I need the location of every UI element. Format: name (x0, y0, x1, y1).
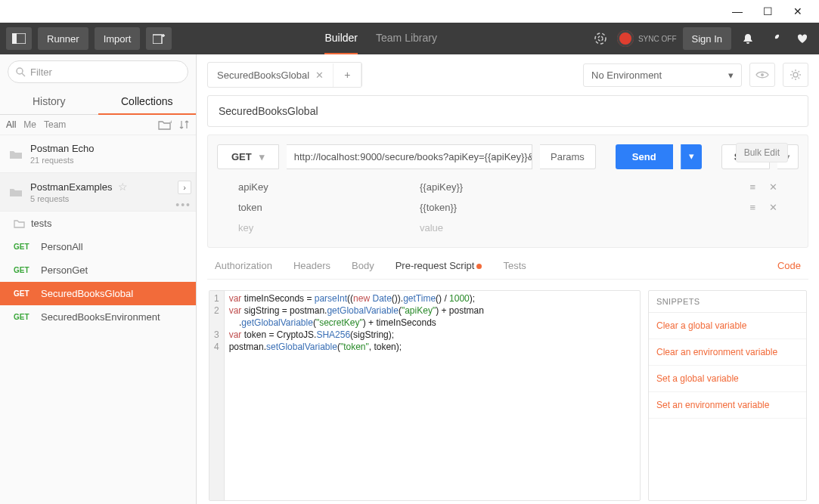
method-select[interactable]: GET ▾ (217, 144, 279, 169)
code-link[interactable]: Code (777, 260, 801, 271)
snippet-item[interactable]: Set a global variable (649, 366, 806, 392)
window-minimize-button[interactable]: — (722, 5, 752, 17)
params-button[interactable]: Params (540, 144, 596, 169)
eye-icon (755, 70, 769, 79)
collection-postman-examples[interactable]: PostmanExamples ☆ 5 requests › ••• (0, 173, 196, 212)
sidebar-tab-collections[interactable]: Collections (98, 89, 197, 115)
snippet-item[interactable]: Clear an environment variable (649, 339, 806, 366)
method-badge: GET (14, 289, 35, 298)
collapse-toggle[interactable]: › (178, 181, 191, 194)
sidebar-item-label: PersonAll (41, 241, 83, 252)
snippets-panel: SNIPPETS Clear a global variable Clear a… (648, 290, 807, 501)
send-button[interactable]: Send (616, 144, 673, 169)
env-settings-button[interactable] (783, 63, 808, 87)
collection-postman-echo[interactable]: Postman Echo 21 requests (0, 135, 196, 173)
sidebar-item-securedbooksenvironment[interactable]: GET SecuredBooksEnvironment (0, 305, 196, 329)
sidebar-icon (12, 33, 26, 44)
sidebar: Filter History Collections All Me Team +… (0, 54, 197, 504)
subtab-prerequest[interactable]: Pre-request Script (396, 260, 482, 271)
nav-team-library[interactable]: Team Library (376, 23, 437, 54)
collection-meta: 21 requests (30, 156, 95, 165)
chevron-down-icon: ▾ (259, 151, 265, 162)
request-tabs: SecuredBooksGlobal ✕ + (207, 62, 362, 88)
filter-team[interactable]: Team (44, 119, 66, 130)
param-row: apiKey {{apiKey}} ≡ ✕ (238, 177, 777, 197)
url-input[interactable]: http://localhost:9000/secure/books?apiKe… (287, 144, 532, 169)
subtab-headers[interactable]: Headers (293, 260, 330, 271)
heart-button[interactable] (792, 28, 813, 49)
sort-button[interactable] (179, 119, 190, 130)
new-tab-button[interactable]: + (333, 63, 361, 87)
script-editor[interactable]: i 12 34 var timeInSeconds = parseInt((ne… (209, 290, 641, 501)
subtab-body[interactable]: Body (352, 260, 374, 271)
sidebar-item-label: SecuredBooksEnvironment (41, 311, 160, 323)
notifications-button[interactable] (737, 28, 759, 49)
filter-input[interactable]: Filter (8, 60, 188, 83)
new-window-button[interactable] (146, 27, 172, 50)
env-quicklook-button[interactable] (749, 63, 775, 87)
sync-status[interactable]: SYNC OFF (617, 30, 677, 47)
subtab-authorization[interactable]: Authorization (215, 260, 272, 271)
collection-menu-button[interactable]: ••• (175, 199, 191, 211)
sort-icon (179, 119, 190, 130)
sidebar-item-personall[interactable]: GET PersonAll (0, 235, 196, 258)
svg-point-6 (595, 33, 606, 44)
interceptor-button[interactable] (590, 28, 611, 49)
filter-me[interactable]: Me (23, 119, 36, 130)
param-row-new: key value (238, 218, 777, 238)
new-collection-button[interactable]: + (158, 119, 172, 130)
editor-gutter: i 12 34 (209, 291, 225, 500)
snippet-item[interactable]: Clear a global variable (649, 313, 806, 339)
settings-button[interactable] (765, 28, 786, 49)
nav-builder[interactable]: Builder (324, 23, 358, 54)
send-dropdown[interactable]: ▾ (681, 144, 702, 169)
filter-placeholder: Filter (30, 66, 52, 78)
window-close-button[interactable]: ✕ (783, 5, 813, 17)
sidebar-item-personget[interactable]: GET PersonGet (0, 258, 196, 282)
bell-icon (742, 32, 754, 45)
filter-all[interactable]: All (6, 119, 16, 130)
sidebar-tab-history[interactable]: History (0, 89, 98, 114)
snippet-item[interactable]: Set an environment variable (649, 392, 806, 419)
svg-point-11 (793, 73, 798, 77)
method-badge: GET (14, 243, 35, 251)
svg-rect-2 (153, 35, 162, 44)
chevron-down-icon: ▾ (728, 70, 734, 81)
window-titlebar: — ☐ ✕ (0, 0, 819, 23)
param-key-placeholder[interactable]: key (238, 222, 405, 233)
folder-plus-icon: + (158, 119, 172, 130)
editor-code[interactable]: var timeInSeconds = parseInt((new Date()… (225, 291, 489, 500)
param-key[interactable]: apiKey (238, 181, 405, 193)
param-value[interactable]: {{apiKey}} (420, 181, 586, 193)
sign-in-button[interactable]: Sign In (683, 27, 731, 50)
sidebar-item-label: PersonGet (41, 264, 88, 276)
param-value[interactable]: {{token}} (420, 202, 586, 213)
environment-select[interactable]: No Environment ▾ (583, 63, 742, 87)
import-button[interactable]: Import (95, 27, 141, 50)
sidebar-item-securedbooksglobal[interactable]: GET SecuredBooksGlobal (0, 282, 196, 305)
param-key[interactable]: token (238, 202, 405, 213)
main-content: SecuredBooksGlobal ✕ + No Environment ▾ … (197, 54, 819, 504)
method-label: GET (231, 151, 252, 162)
delete-icon[interactable]: ✕ (769, 181, 777, 193)
sync-orb-icon (617, 30, 634, 47)
method-badge: GET (14, 313, 35, 321)
heart-icon (796, 32, 808, 45)
star-icon[interactable]: ☆ (118, 181, 128, 193)
request-tab[interactable]: SecuredBooksGlobal ✕ (208, 63, 333, 87)
runner-button[interactable]: Runner (38, 27, 88, 50)
sidebar-item-tests[interactable]: tests (0, 212, 196, 235)
delete-icon[interactable]: ✕ (769, 202, 777, 213)
method-badge: GET (14, 266, 35, 274)
environment-label: No Environment (591, 70, 662, 81)
drag-handle-icon[interactable]: ≡ (749, 202, 755, 213)
param-value-placeholder[interactable]: value (420, 222, 586, 233)
close-icon[interactable]: ✕ (315, 70, 324, 81)
sidebar-toggle-button[interactable] (6, 27, 32, 50)
drag-handle-icon[interactable]: ≡ (749, 181, 755, 193)
svg-point-7 (17, 68, 23, 74)
subtab-tests[interactable]: Tests (503, 260, 526, 271)
window-maximize-button[interactable]: ☐ (752, 5, 783, 17)
request-name[interactable]: SecuredBooksGlobal (207, 95, 808, 127)
bulk-edit-button[interactable]: Bulk Edit (736, 143, 788, 162)
